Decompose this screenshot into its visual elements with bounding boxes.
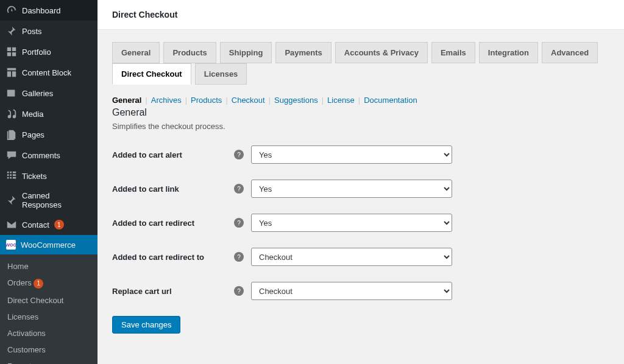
settings-tabs: GeneralProductsShippingPaymentsAccounts … bbox=[112, 42, 609, 85]
separator: | bbox=[322, 96, 324, 105]
sidebar-item-galleries[interactable]: Galleries bbox=[0, 83, 98, 103]
field-label: Replace cart url bbox=[112, 287, 234, 296]
sidebar-item-posts[interactable]: Posts bbox=[0, 21, 98, 41]
sidebar-item-content-block[interactable]: Content Block bbox=[0, 62, 98, 83]
tab-integration[interactable]: Integration bbox=[479, 42, 538, 63]
sidebar-item-label: Dashboard bbox=[22, 6, 61, 15]
submenu-item-label: Direct Checkout bbox=[7, 296, 63, 305]
grid-icon bbox=[6, 46, 17, 57]
sidebar-item-label: Portfolio bbox=[22, 47, 51, 57]
sidebar-item-label: Canned Responses bbox=[22, 191, 91, 209]
submenu-item-home[interactable]: Home bbox=[0, 258, 98, 275]
sidebar-item-canned-responses[interactable]: Canned Responses bbox=[0, 186, 98, 214]
comment-icon bbox=[6, 150, 17, 161]
sidebar-item-portfolio[interactable]: Portfolio bbox=[0, 41, 98, 62]
field-label: Added to cart alert bbox=[112, 150, 234, 159]
sidebar-item-pages[interactable]: Pages bbox=[0, 124, 98, 145]
submenu-item-label: Activations bbox=[7, 329, 46, 338]
tab-general[interactable]: General bbox=[112, 42, 160, 63]
badge: 1 bbox=[34, 279, 43, 289]
form-row-added-to-cart-alert: Added to cart alert?Yes bbox=[112, 145, 609, 164]
subtab-archives[interactable]: Archives bbox=[151, 96, 182, 105]
sidebar-item-contact[interactable]: Contact 1 bbox=[0, 214, 98, 235]
added-to-cart-redirect-select[interactable]: Yes bbox=[251, 214, 452, 232]
subtab-products[interactable]: Products bbox=[191, 96, 222, 105]
tab-payments[interactable]: Payments bbox=[275, 42, 331, 63]
submenu-item-direct-checkout[interactable]: Direct Checkout bbox=[0, 292, 98, 309]
submenu-item-customers[interactable]: Customers bbox=[0, 341, 98, 358]
sidebar-item-dashboard[interactable]: Dashboard bbox=[0, 0, 98, 21]
mail-icon bbox=[6, 219, 17, 230]
replace-cart-url-select[interactable]: Checkout bbox=[251, 282, 452, 300]
save-button[interactable]: Save changes bbox=[112, 316, 180, 334]
pages-icon bbox=[6, 129, 17, 140]
separator: | bbox=[358, 96, 360, 105]
page-header: Direct Checkout bbox=[98, 0, 624, 30]
submenu-item-label: Home bbox=[7, 262, 29, 271]
added-to-cart-alert-select[interactable]: Yes bbox=[251, 145, 452, 164]
pin-icon bbox=[6, 26, 17, 37]
section-title: General bbox=[112, 107, 609, 118]
tab-accounts-privacy[interactable]: Accounts & Privacy bbox=[335, 42, 428, 63]
separator: | bbox=[269, 96, 271, 105]
sidebar-item-tickets[interactable]: Tickets bbox=[0, 166, 98, 186]
sidebar-item-woocommerce[interactable]: wooWooCommerce bbox=[0, 235, 98, 254]
subtab-suggestions[interactable]: Suggestions bbox=[274, 96, 318, 105]
sidebar-item-label: Galleries bbox=[22, 89, 53, 98]
submenu-item-licenses[interactable]: Licenses bbox=[0, 309, 98, 325]
tab-advanced[interactable]: Advanced bbox=[542, 42, 598, 63]
separator: | bbox=[145, 96, 147, 105]
sidebar-item-label: Comments bbox=[22, 151, 60, 160]
sidebar-item-media[interactable]: Media bbox=[0, 103, 98, 124]
sidebar-item-label: Tickets bbox=[22, 172, 47, 181]
tab-shipping[interactable]: Shipping bbox=[220, 42, 272, 63]
sidebar-item-label: Media bbox=[22, 110, 43, 119]
tab-direct-checkout[interactable]: Direct Checkout bbox=[112, 63, 191, 85]
help-icon[interactable]: ? bbox=[234, 150, 244, 159]
submenu-item-orders[interactable]: Orders 1 bbox=[0, 275, 98, 292]
tab-emails[interactable]: Emails bbox=[431, 42, 475, 63]
help-icon[interactable]: ? bbox=[234, 286, 244, 296]
section-desc: Simplifies the checkout process. bbox=[112, 122, 609, 131]
tab-products[interactable]: Products bbox=[163, 42, 216, 63]
sidebar-item-label: Contact bbox=[22, 220, 49, 229]
added-to-cart-link-select[interactable]: Yes bbox=[251, 180, 452, 198]
submenu-item-activations[interactable]: Activations bbox=[0, 325, 98, 341]
help-icon[interactable]: ? bbox=[234, 184, 244, 194]
subtab-checkout[interactable]: Checkout bbox=[232, 96, 265, 105]
settings-subtabs: General|Archives|Products|Checkout|Sugge… bbox=[112, 96, 609, 105]
tab-licenses[interactable]: Licenses bbox=[195, 63, 247, 85]
images-icon bbox=[6, 88, 17, 99]
separator: | bbox=[225, 96, 227, 105]
content-area: GeneralProductsShippingPaymentsAccounts … bbox=[98, 30, 624, 346]
subtab-documentation[interactable]: Documentation bbox=[364, 96, 417, 105]
form-row-replace-cart-url: Replace cart url?Checkout bbox=[112, 282, 609, 300]
subtab-general[interactable]: General bbox=[112, 96, 141, 105]
sidebar-item-label: Content Block bbox=[22, 68, 71, 77]
submenu-item-label: Reports bbox=[7, 362, 35, 365]
pin-icon bbox=[6, 195, 17, 206]
sidebar-item-label: Pages bbox=[22, 130, 44, 139]
subtab-license[interactable]: License bbox=[327, 96, 355, 105]
submenu-item-label: Licenses bbox=[7, 312, 38, 321]
submenu-item-reports[interactable]: Reports bbox=[0, 358, 98, 365]
form-row-added-to-cart-redirect: Added to cart redirect?Yes bbox=[112, 214, 609, 232]
form-row-added-to-cart-redirect-to: Added to cart redirect to?Checkout bbox=[112, 248, 609, 266]
added-to-cart-redirect-to-select[interactable]: Checkout bbox=[251, 248, 452, 266]
separator: | bbox=[185, 96, 187, 105]
sidebar-item-comments[interactable]: Comments bbox=[0, 145, 98, 166]
sidebar-item-label: Posts bbox=[22, 27, 42, 36]
help-icon[interactable]: ? bbox=[234, 218, 244, 228]
field-label: Added to cart link bbox=[112, 184, 234, 194]
help-icon[interactable]: ? bbox=[234, 252, 244, 262]
woo-icon: woo bbox=[6, 240, 16, 250]
tickets-icon bbox=[6, 170, 17, 181]
form-row-added-to-cart-link: Added to cart link?Yes bbox=[112, 180, 609, 198]
admin-sidebar: DashboardPostsPortfolioContent BlockGall… bbox=[0, 0, 98, 364]
sidebar-item-label: WooCommerce bbox=[21, 240, 76, 250]
layout-icon bbox=[6, 67, 17, 78]
field-label: Added to cart redirect bbox=[112, 219, 234, 228]
badge: 1 bbox=[54, 220, 64, 229]
field-label: Added to cart redirect to bbox=[112, 253, 234, 262]
woocommerce-submenu: HomeOrders 1Direct CheckoutLicensesActiv… bbox=[0, 254, 98, 364]
